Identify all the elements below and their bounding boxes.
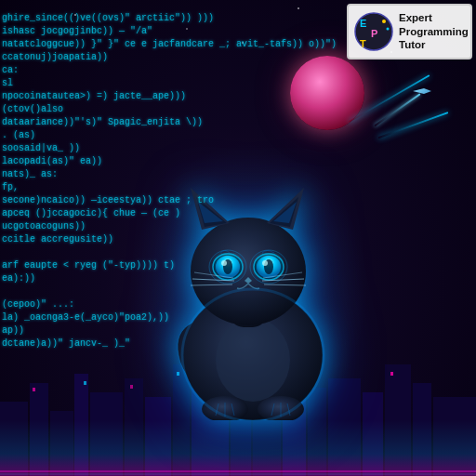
logo-text-block: Expert Programming Tutor bbox=[399, 11, 469, 53]
logo-box: E P T Expert Programming Tutor bbox=[347, 4, 472, 60]
logo-subtitle-1: Programming bbox=[399, 25, 469, 39]
svg-point-29 bbox=[216, 318, 290, 402]
rocket-icon bbox=[413, 88, 431, 96]
star bbox=[74, 14, 76, 16]
star bbox=[139, 19, 141, 20]
svg-point-31 bbox=[191, 218, 306, 325]
svg-point-93 bbox=[382, 20, 386, 23]
star bbox=[186, 28, 188, 30]
svg-rect-18 bbox=[33, 388, 35, 391]
logo-icon: E P T bbox=[354, 12, 393, 51]
star bbox=[242, 42, 244, 44]
svg-text:P: P bbox=[371, 28, 377, 39]
main-scene: ghire_since(()ve((ovs)" arctiic")) ))) i… bbox=[0, 0, 476, 476]
cat-svg bbox=[146, 160, 350, 420]
svg-rect-19 bbox=[84, 381, 86, 385]
svg-point-41 bbox=[221, 260, 227, 266]
svg-rect-20 bbox=[130, 385, 133, 389]
svg-rect-24 bbox=[390, 372, 393, 376]
svg-text:T: T bbox=[360, 38, 366, 49]
svg-text:E: E bbox=[360, 18, 366, 29]
svg-point-47 bbox=[262, 260, 268, 266]
cat-figure bbox=[146, 160, 350, 420]
logo-title: Expert bbox=[399, 11, 469, 25]
svg-point-94 bbox=[387, 28, 390, 31]
logo-subtitle-2: Tutor bbox=[399, 38, 469, 52]
star bbox=[298, 7, 299, 9]
